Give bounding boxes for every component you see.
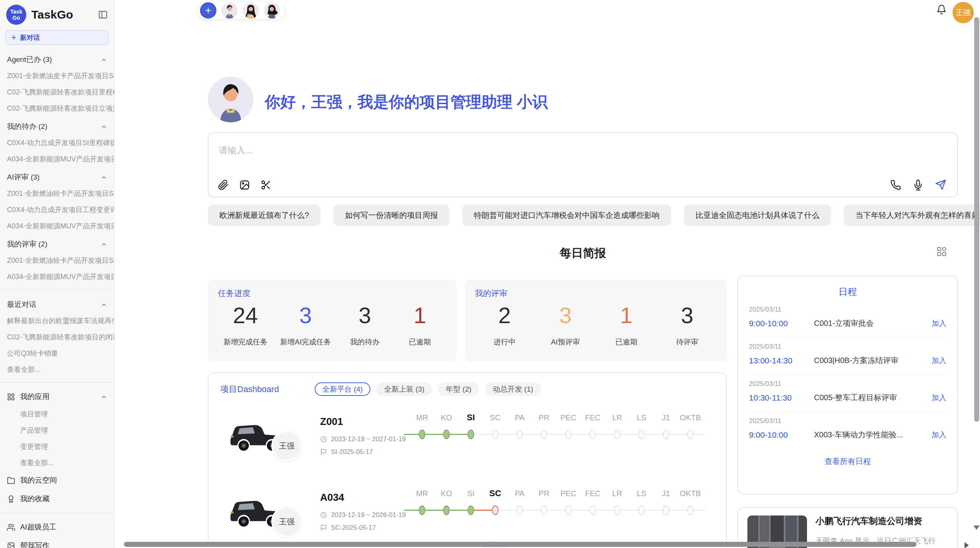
sidebar-conversation-item[interactable]: Z001-全新燃油皮卡产品开发项目SI节点Lesson Learn报告 [0, 68, 114, 84]
project-date-range: 2023-12-19 ~ 2027-01-19 [320, 435, 406, 443]
scissors-icon[interactable] [260, 180, 271, 190]
suggestion-chip[interactable]: 比亚迪全固态电池计划具体说了什么 [684, 204, 831, 226]
crew-member-avatar[interactable] [264, 2, 280, 19]
scroll-right-arrow-icon[interactable] [965, 542, 969, 548]
milestone-label: FEC [585, 487, 601, 500]
milestone-label: J1 [662, 487, 670, 500]
sidebar-conversation-item[interactable]: C0X4-动力总成开发项目工程变更评审 [0, 202, 114, 218]
join-event-link[interactable]: 加入 [932, 319, 946, 329]
horizontal-scrollbar[interactable] [124, 542, 917, 547]
timeline-connector [474, 434, 492, 435]
vertical-scrollbar[interactable] [974, 17, 979, 422]
milestone: KO [434, 411, 459, 439]
milestone-node [492, 430, 499, 439]
collapse-sidebar-icon[interactable] [98, 10, 108, 20]
sidebar-conversation-item[interactable]: A034-全新新能源MUV产品开发项目造型可行性评审 [0, 269, 114, 285]
recent-conversation-item[interactable]: 公司Q3轻卡销量 [0, 345, 114, 361]
stat: 1已逾期 [399, 303, 441, 347]
attachment-icon[interactable] [218, 180, 229, 190]
view-all-apps-link[interactable]: 查看全部... [0, 455, 114, 471]
milestone: FEC [581, 411, 605, 439]
sidebar-section-header[interactable]: 我的待办 (2) [0, 116, 114, 135]
stat-value: 3 [544, 303, 587, 329]
composer-right-tools [890, 179, 946, 190]
dashboard-filter-tab[interactable]: 全新平台 (4) [315, 382, 371, 396]
suggestion-chip[interactable]: 欧洲新规最近颁布了什么? [208, 204, 320, 226]
add-member-button[interactable]: + [200, 2, 216, 19]
milestone-label: PEC [560, 411, 576, 424]
suggestion-chip[interactable]: 当下年轻人对汽车外观有怎样的喜好趋势 [844, 204, 980, 226]
timeline-connector [620, 434, 638, 435]
timeline-connector [645, 434, 663, 435]
sidebar-conversation-item[interactable]: Z001-全新燃油轻卡产品开发项目SI节点属性5D文件评审 [0, 252, 114, 269]
recent-conversation-item[interactable]: 解释最新出台的欧盟报废车法规再生塑料比例被调至15%... [0, 313, 114, 329]
dashboard-filter-tab[interactable]: 全新上装 (3) [376, 382, 432, 396]
sidebar-item-folder[interactable]: 我的云空间 [0, 471, 114, 490]
flag-icon [320, 449, 327, 456]
join-event-link[interactable]: 加入 [932, 356, 946, 366]
app-link[interactable]: 项目管理 [0, 406, 114, 422]
milestone: LS [629, 487, 654, 515]
microphone-icon[interactable] [913, 180, 923, 190]
sidebar-conversation-item[interactable]: C0X4-动力总成开发项目SI里程碑提交物检查 [0, 135, 114, 151]
recent-conversation-item[interactable]: C02-飞腾新能源轻客改款项目的闭环通告反馈情况 [0, 329, 114, 345]
chat-input[interactable] [219, 142, 947, 159]
join-event-link[interactable]: 加入 [932, 430, 946, 440]
notification-bell-icon[interactable] [936, 4, 947, 15]
voice-call-icon[interactable] [890, 180, 901, 190]
chevron-up-icon [101, 394, 107, 400]
sidebar-conversation-item[interactable]: Z001-全新燃油轻卡产品开发项目SI造型提交物评审 [0, 185, 114, 202]
stat-value: 3 [280, 303, 331, 329]
timeline-connector [645, 510, 663, 511]
join-event-link[interactable]: 加入 [932, 393, 946, 403]
sidebar-section-header[interactable]: 最近对话 [0, 295, 114, 313]
app-link[interactable]: 产品管理 [0, 422, 114, 438]
app-link[interactable]: 变更管理 [0, 438, 114, 455]
event-time: 9:00-10:00 [749, 430, 814, 440]
schedule-event: 2025/03/119:00-10:00X003-车辆动力学性能验...加入 [749, 412, 946, 449]
timeline-connector [572, 434, 589, 435]
layout-grid-icon[interactable] [936, 246, 947, 257]
event-date: 2025/03/11 [749, 380, 946, 388]
sidebar-conversation-item[interactable]: A034-全新新能源MUV产品开发项目法规符合性评审 [0, 218, 114, 234]
send-icon[interactable] [935, 179, 946, 190]
clock-icon [320, 436, 327, 443]
new-chat-button[interactable]: + 新对话 [5, 30, 109, 45]
stat: 3AI预评审 [544, 303, 587, 347]
sidebar-tool-item[interactable]: 帮我写作 [0, 536, 114, 548]
sidebar-conversation-item[interactable]: C02-飞腾新能源轻客改款项目里程碑画布 [0, 84, 114, 100]
milestone-node [541, 505, 547, 515]
view-all-conversations-link[interactable]: 查看全部... [0, 361, 114, 378]
image-upload-icon[interactable] [239, 180, 250, 190]
sidebar-section-header[interactable]: 我的评审 (2) [0, 234, 114, 252]
milestone: SI [459, 411, 483, 439]
sidebar-section-header[interactable]: Agent已办 (3) [0, 50, 114, 68]
section-title: Agent已办 (3) [7, 55, 52, 65]
crew-member-avatar[interactable] [243, 2, 259, 19]
milestone-node [443, 505, 450, 515]
milestone-node [468, 505, 474, 515]
view-all-schedule-link[interactable]: 查看所有日程 [749, 449, 946, 474]
suggestion-chip[interactable]: 特朗普可能对进口汽车增税会对中国车企造成哪些影响 [462, 204, 671, 226]
project-row[interactable]: 王强Z0012023-12-19 ~ 2027-01-19SI-2025-05-… [209, 403, 726, 479]
dashboard-filter-tab[interactable]: 动总开发 (1) [485, 382, 541, 396]
stat-value: 3 [666, 303, 708, 329]
event-main: 13:00-14:30C003|H0B-方案冻结评审加入 [749, 355, 946, 366]
project-dashboard-card: 项目Dashboard 全新平台 (4)全新上装 (3)年型 (2)动总开发 (… [208, 372, 727, 548]
sidebar-conversation-item[interactable]: C02-飞腾新能源轻客改款项目立项汇报方案 [0, 100, 114, 116]
timeline-trail-line [694, 434, 706, 435]
sidebar-conversation-item[interactable]: A034-全新新能源MUV产品开发项目计划变更表编写 [0, 151, 114, 167]
event-date: 2025/03/11 [749, 417, 946, 425]
event-main: 9:00-10:00X003-车辆动力学性能验...加入 [749, 430, 946, 440]
dashboard-filter-tab[interactable]: 年型 (2) [438, 382, 480, 396]
sidebar-tool-item[interactable]: AI超级员工 [0, 518, 114, 536]
scroll-down-arrow-icon[interactable] [973, 526, 980, 530]
timeline-connector [669, 434, 687, 435]
project-row[interactable]: 王强A0342023-12-19 ~ 2026-01-19SC-2025-05-… [209, 479, 726, 548]
sidebar-section-header[interactable]: AI评审 (3) [0, 167, 114, 185]
sidebar-item-award[interactable]: 我的收藏 [0, 490, 114, 508]
sidebar-item-my-apps[interactable]: 我的应用 [0, 387, 114, 406]
crew-member-avatar[interactable] [221, 2, 238, 19]
suggestion-chip[interactable]: 如何写一份清晰的项目周报 [333, 204, 449, 226]
user-avatar[interactable]: 王强 [953, 2, 974, 23]
